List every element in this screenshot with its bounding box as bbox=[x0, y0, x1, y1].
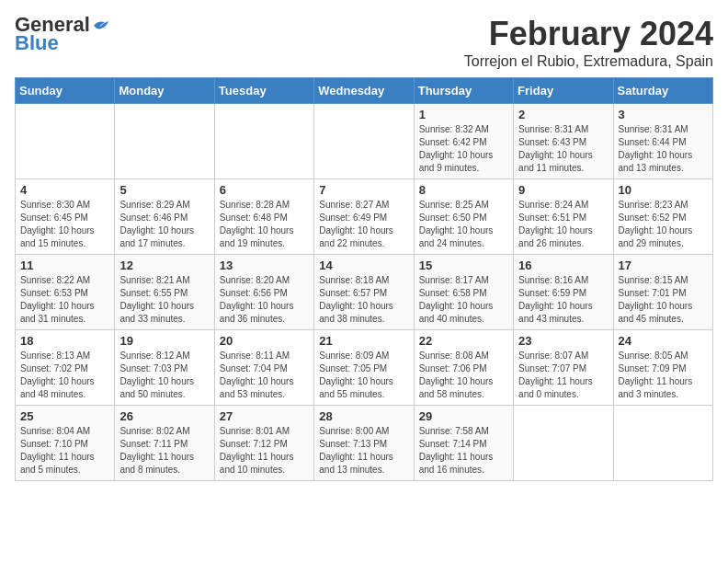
day-number: 12 bbox=[119, 259, 209, 272]
day-info: Sunrise: 8:27 AM Sunset: 6:49 PM Dayligh… bbox=[319, 199, 408, 250]
calendar-cell bbox=[314, 104, 414, 179]
weekday-header-thursday: Thursday bbox=[414, 78, 513, 104]
day-number: 19 bbox=[119, 334, 209, 348]
calendar-cell: 24Sunrise: 8:05 AM Sunset: 7:09 PM Dayli… bbox=[613, 330, 712, 406]
day-info: Sunrise: 8:16 AM Sunset: 6:59 PM Dayligh… bbox=[518, 274, 608, 326]
day-number: 21 bbox=[319, 334, 408, 348]
calendar-cell: 19Sunrise: 8:12 AM Sunset: 7:03 PM Dayli… bbox=[115, 330, 214, 406]
day-info: Sunrise: 7:58 AM Sunset: 7:14 PM Dayligh… bbox=[419, 425, 508, 477]
calendar-cell: 25Sunrise: 8:04 AM Sunset: 7:10 PM Dayli… bbox=[16, 406, 115, 481]
day-number: 20 bbox=[220, 334, 309, 348]
logo-bird-icon bbox=[92, 18, 110, 33]
day-info: Sunrise: 8:00 AM Sunset: 7:13 PM Dayligh… bbox=[319, 425, 408, 477]
day-number: 28 bbox=[319, 409, 408, 423]
calendar-cell: 4Sunrise: 8:30 AM Sunset: 6:45 PM Daylig… bbox=[16, 179, 115, 255]
calendar-cell: 29Sunrise: 7:58 AM Sunset: 7:14 PM Dayli… bbox=[414, 406, 513, 481]
calendar-cell: 22Sunrise: 8:08 AM Sunset: 7:06 PM Dayli… bbox=[414, 330, 513, 406]
day-number: 13 bbox=[220, 259, 309, 272]
day-number: 24 bbox=[619, 334, 708, 348]
day-number: 2 bbox=[518, 108, 608, 121]
day-info: Sunrise: 8:15 AM Sunset: 7:01 PM Dayligh… bbox=[619, 274, 708, 326]
day-info: Sunrise: 8:32 AM Sunset: 6:42 PM Dayligh… bbox=[419, 123, 508, 175]
calendar-cell: 8Sunrise: 8:25 AM Sunset: 6:50 PM Daylig… bbox=[414, 179, 513, 255]
calendar-cell: 18Sunrise: 8:13 AM Sunset: 7:02 PM Dayli… bbox=[16, 330, 115, 406]
calendar-cell: 14Sunrise: 8:18 AM Sunset: 6:57 PM Dayli… bbox=[314, 255, 414, 330]
page-header: General Blue February 2024 Torrejon el R… bbox=[15, 15, 713, 70]
calendar-cell: 28Sunrise: 8:00 AM Sunset: 7:13 PM Dayli… bbox=[314, 406, 414, 481]
weekday-header-sunday: Sunday bbox=[16, 78, 115, 104]
day-info: Sunrise: 8:24 AM Sunset: 6:51 PM Dayligh… bbox=[518, 199, 608, 250]
calendar-cell: 23Sunrise: 8:07 AM Sunset: 7:07 PM Dayli… bbox=[514, 330, 613, 406]
calendar-table: SundayMondayTuesdayWednesdayThursdayFrid… bbox=[15, 77, 713, 481]
day-number: 27 bbox=[220, 409, 309, 423]
day-info: Sunrise: 8:13 AM Sunset: 7:02 PM Dayligh… bbox=[20, 350, 109, 401]
day-number: 3 bbox=[619, 108, 708, 121]
calendar-cell: 27Sunrise: 8:01 AM Sunset: 7:12 PM Dayli… bbox=[214, 406, 313, 481]
day-number: 18 bbox=[20, 334, 109, 348]
weekday-header-saturday: Saturday bbox=[613, 78, 712, 104]
day-info: Sunrise: 8:12 AM Sunset: 7:03 PM Dayligh… bbox=[119, 350, 209, 401]
day-number: 17 bbox=[619, 259, 708, 272]
weekday-header-tuesday: Tuesday bbox=[214, 78, 313, 104]
calendar-cell: 10Sunrise: 8:23 AM Sunset: 6:52 PM Dayli… bbox=[613, 179, 712, 255]
day-info: Sunrise: 8:05 AM Sunset: 7:09 PM Dayligh… bbox=[619, 350, 708, 401]
weekday-header-wednesday: Wednesday bbox=[314, 78, 414, 104]
calendar-cell: 9Sunrise: 8:24 AM Sunset: 6:51 PM Daylig… bbox=[514, 179, 613, 255]
calendar-week-2: 4Sunrise: 8:30 AM Sunset: 6:45 PM Daylig… bbox=[16, 179, 713, 255]
day-info: Sunrise: 8:18 AM Sunset: 6:57 PM Dayligh… bbox=[319, 274, 408, 326]
calendar-cell: 26Sunrise: 8:02 AM Sunset: 7:11 PM Dayli… bbox=[115, 406, 214, 481]
calendar-cell: 7Sunrise: 8:27 AM Sunset: 6:49 PM Daylig… bbox=[314, 179, 414, 255]
calendar-week-4: 18Sunrise: 8:13 AM Sunset: 7:02 PM Dayli… bbox=[16, 330, 713, 406]
day-number: 7 bbox=[319, 183, 408, 197]
day-info: Sunrise: 8:17 AM Sunset: 6:58 PM Dayligh… bbox=[419, 274, 508, 326]
day-number: 8 bbox=[419, 183, 508, 197]
day-info: Sunrise: 8:21 AM Sunset: 6:55 PM Dayligh… bbox=[119, 274, 209, 326]
calendar-cell: 20Sunrise: 8:11 AM Sunset: 7:04 PM Dayli… bbox=[214, 330, 313, 406]
day-info: Sunrise: 8:22 AM Sunset: 6:53 PM Dayligh… bbox=[20, 274, 109, 326]
calendar-cell bbox=[16, 104, 115, 179]
day-info: Sunrise: 8:28 AM Sunset: 6:48 PM Dayligh… bbox=[220, 199, 309, 250]
day-info: Sunrise: 8:23 AM Sunset: 6:52 PM Dayligh… bbox=[619, 199, 708, 250]
calendar-cell: 17Sunrise: 8:15 AM Sunset: 7:01 PM Dayli… bbox=[613, 255, 712, 330]
logo: General Blue bbox=[15, 15, 110, 55]
day-info: Sunrise: 8:20 AM Sunset: 6:56 PM Dayligh… bbox=[220, 274, 309, 326]
day-info: Sunrise: 8:09 AM Sunset: 7:05 PM Dayligh… bbox=[319, 350, 408, 401]
weekday-header-monday: Monday bbox=[115, 78, 214, 104]
calendar-week-3: 11Sunrise: 8:22 AM Sunset: 6:53 PM Dayli… bbox=[16, 255, 713, 330]
calendar-cell: 21Sunrise: 8:09 AM Sunset: 7:05 PM Dayli… bbox=[314, 330, 414, 406]
calendar-cell bbox=[613, 406, 712, 481]
day-number: 22 bbox=[419, 334, 508, 348]
calendar-cell: 6Sunrise: 8:28 AM Sunset: 6:48 PM Daylig… bbox=[214, 179, 313, 255]
day-number: 5 bbox=[119, 183, 209, 197]
day-number: 9 bbox=[518, 183, 608, 197]
day-number: 14 bbox=[319, 259, 408, 272]
calendar-cell bbox=[214, 104, 313, 179]
day-number: 15 bbox=[419, 259, 508, 272]
weekday-header-friday: Friday bbox=[514, 78, 613, 104]
calendar-cell: 11Sunrise: 8:22 AM Sunset: 6:53 PM Dayli… bbox=[16, 255, 115, 330]
day-number: 1 bbox=[419, 108, 508, 121]
calendar-week-5: 25Sunrise: 8:04 AM Sunset: 7:10 PM Dayli… bbox=[16, 406, 713, 481]
calendar-cell: 1Sunrise: 8:32 AM Sunset: 6:42 PM Daylig… bbox=[414, 104, 513, 179]
calendar-cell: 2Sunrise: 8:31 AM Sunset: 6:43 PM Daylig… bbox=[514, 104, 613, 179]
logo-blue-text: Blue bbox=[15, 31, 59, 55]
day-info: Sunrise: 8:31 AM Sunset: 6:43 PM Dayligh… bbox=[518, 123, 608, 175]
day-number: 25 bbox=[20, 409, 109, 423]
day-number: 29 bbox=[419, 409, 508, 423]
calendar-cell bbox=[115, 104, 214, 179]
title-area: February 2024 Torrejon el Rubio, Extrema… bbox=[464, 15, 713, 70]
calendar-week-1: 1Sunrise: 8:32 AM Sunset: 6:42 PM Daylig… bbox=[16, 104, 713, 179]
location-title: Torrejon el Rubio, Extremadura, Spain bbox=[464, 53, 713, 70]
calendar-cell bbox=[514, 406, 613, 481]
month-title: February 2024 bbox=[464, 15, 713, 53]
calendar-cell: 16Sunrise: 8:16 AM Sunset: 6:59 PM Dayli… bbox=[514, 255, 613, 330]
day-info: Sunrise: 8:31 AM Sunset: 6:44 PM Dayligh… bbox=[619, 123, 708, 175]
day-info: Sunrise: 8:02 AM Sunset: 7:11 PM Dayligh… bbox=[119, 425, 209, 477]
calendar-cell: 15Sunrise: 8:17 AM Sunset: 6:58 PM Dayli… bbox=[414, 255, 513, 330]
day-number: 11 bbox=[20, 259, 109, 272]
day-info: Sunrise: 8:04 AM Sunset: 7:10 PM Dayligh… bbox=[20, 425, 109, 477]
calendar-cell: 3Sunrise: 8:31 AM Sunset: 6:44 PM Daylig… bbox=[613, 104, 712, 179]
day-info: Sunrise: 8:11 AM Sunset: 7:04 PM Dayligh… bbox=[220, 350, 309, 401]
day-number: 6 bbox=[220, 183, 309, 197]
day-info: Sunrise: 8:08 AM Sunset: 7:06 PM Dayligh… bbox=[419, 350, 508, 401]
